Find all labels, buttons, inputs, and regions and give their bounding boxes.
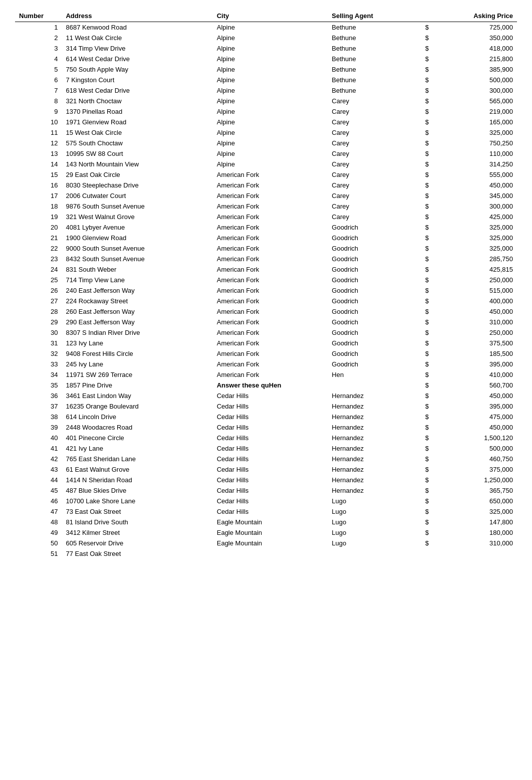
cell-number: 42 [15, 454, 62, 464]
table-header-row: Number Address City Selling Agent Asking… [15, 10, 517, 22]
cell-price: 500,000 [438, 75, 517, 85]
cell-city: Alpine [213, 75, 328, 85]
table-row: 4361 East Walnut GroveCedar HillsHernand… [15, 464, 517, 475]
cell-agent: Hernandez [328, 433, 421, 443]
cell-price: 400,000 [438, 296, 517, 306]
cell-city: American Fork [213, 233, 328, 243]
cell-city: Alpine [213, 138, 328, 148]
cell-price: 350,000 [438, 33, 517, 43]
cell-dollar-sign: $ [421, 433, 438, 443]
cell-address: 714 Timp View Lane [62, 275, 212, 285]
cell-city: American Fork [213, 327, 328, 338]
cell-number: 14 [15, 159, 62, 169]
cell-address: 614 Lincoln Drive [62, 412, 212, 422]
table-row: 41421 Ivy LaneCedar HillsHernandez$500,0… [15, 443, 517, 454]
cell-price: 310,000 [438, 538, 517, 548]
cell-city: American Fork [213, 254, 328, 264]
cell-agent [328, 380, 421, 391]
cell-city: Eagle Mountain [213, 527, 328, 538]
cell-city: Alpine [213, 43, 328, 54]
cell-city: Cedar Hills [213, 506, 328, 517]
cell-city: American Fork [213, 212, 328, 222]
cell-agent: Carey [328, 138, 421, 148]
cell-number: 47 [15, 506, 62, 517]
cell-address: 750 South Apple Way [62, 64, 212, 75]
cell-address: 9000 South Sunset Avenue [62, 243, 212, 254]
cell-dollar-sign: $ [421, 43, 438, 54]
cell-city: American Fork [213, 317, 328, 327]
cell-city: American Fork [213, 348, 328, 359]
cell-agent: Lugo [328, 506, 421, 517]
cell-agent: Goodrich [328, 306, 421, 317]
cell-agent: Carey [328, 190, 421, 201]
cell-number: 25 [15, 275, 62, 285]
cell-dollar-sign: $ [421, 190, 438, 201]
table-row: 392448 Woodacres RoadCedar HillsHernande… [15, 422, 517, 433]
table-row: 91370 Pinellas RoadAlpineCarey$219,000 [15, 106, 517, 117]
cell-agent: Lugo [328, 527, 421, 538]
cell-address: 10700 Lake Shore Lane [62, 496, 212, 506]
cell-address: 2448 Woodacres Road [62, 422, 212, 433]
table-row: 12575 South ChoctawAlpineCarey$750,250 [15, 138, 517, 148]
cell-agent: Carey [328, 106, 421, 117]
cell-dollar-sign: $ [421, 485, 438, 496]
cell-agent: Bethune [328, 64, 421, 75]
cell-number: 50 [15, 538, 62, 548]
cell-price: 1,500,120 [438, 433, 517, 443]
cell-number: 51 [15, 548, 62, 559]
cell-number: 1 [15, 22, 62, 33]
cell-price: 725,000 [438, 22, 517, 33]
cell-address: 605 Reservoir Drive [62, 538, 212, 548]
cell-price: 395,000 [438, 359, 517, 369]
cell-number: 10 [15, 117, 62, 127]
cell-dollar-sign: $ [421, 285, 438, 296]
cell-price: 325,000 [438, 243, 517, 254]
table-row: 45487 Blue Skies DriveCedar HillsHernand… [15, 485, 517, 496]
cell-price: 555,000 [438, 169, 517, 180]
cell-price: 325,000 [438, 127, 517, 138]
cell-price: 418,000 [438, 43, 517, 54]
table-row: 168030 Steeplechase DriveAmerican ForkCa… [15, 180, 517, 190]
cell-address: 224 Rockaway Street [62, 296, 212, 306]
cell-address: 614 West Cedar Drive [62, 54, 212, 64]
cell-agent: Hernandez [328, 464, 421, 475]
cell-price: 650,000 [438, 496, 517, 506]
table-row: 4614 West Cedar DriveAlpineBethune$215,8… [15, 54, 517, 64]
cell-dollar-sign: $ [421, 180, 438, 190]
cell-dollar-sign: $ [421, 33, 438, 43]
cell-dollar-sign [421, 548, 438, 559]
cell-dollar-sign: $ [421, 54, 438, 64]
table-row: 204081 Lybyer AvenueAmerican ForkGoodric… [15, 222, 517, 233]
header-address: Address [62, 10, 212, 22]
cell-price: 425,000 [438, 212, 517, 222]
table-row: 42765 East Sheridan LaneCedar HillsHerna… [15, 454, 517, 464]
table-row: 3411971 SW 269 TerraceAmerican ForkHen$4… [15, 369, 517, 380]
cell-price: 395,000 [438, 401, 517, 412]
cell-dollar-sign: $ [421, 517, 438, 527]
cell-number: 29 [15, 317, 62, 327]
cell-dollar-sign: $ [421, 454, 438, 464]
cell-dollar-sign: $ [421, 64, 438, 75]
cell-agent: Bethune [328, 75, 421, 85]
table-row: 308307 S Indian River DriveAmerican Fork… [15, 327, 517, 338]
cell-city: Alpine [213, 148, 328, 159]
cell-number: 2 [15, 33, 62, 43]
cell-address: 8687 Kenwood Road [62, 22, 212, 33]
cell-price: 285,750 [438, 254, 517, 264]
cell-dollar-sign: $ [421, 338, 438, 348]
cell-city: Cedar Hills [213, 485, 328, 496]
cell-price: 475,000 [438, 412, 517, 422]
cell-city: American Fork [213, 338, 328, 348]
cell-city: Alpine [213, 54, 328, 64]
cell-address: 11971 SW 269 Terrace [62, 369, 212, 380]
cell-agent: Carey [328, 212, 421, 222]
cell-price: 410,000 [438, 369, 517, 380]
cell-city: American Fork [213, 243, 328, 254]
cell-dollar-sign: $ [421, 422, 438, 433]
cell-price: 1,250,000 [438, 475, 517, 485]
cell-agent: Goodrich [328, 275, 421, 285]
cell-agent: Carey [328, 201, 421, 212]
cell-agent: Lugo [328, 517, 421, 527]
cell-number: 17 [15, 190, 62, 201]
cell-agent: Carey [328, 180, 421, 190]
